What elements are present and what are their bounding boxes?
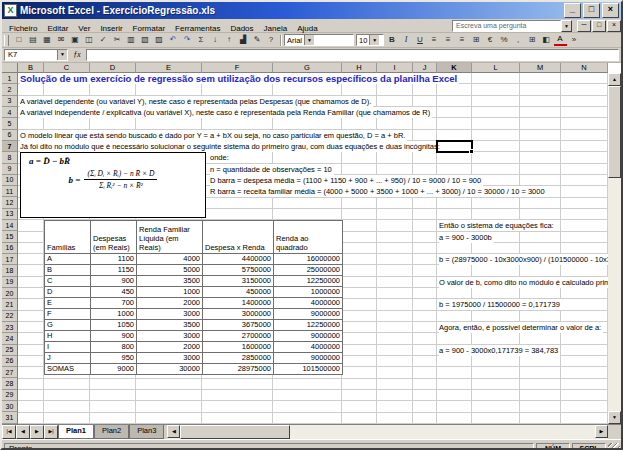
column-header-b[interactable]: B — [18, 63, 44, 73]
toolbar-redo-icon[interactable]: ↷ — [181, 34, 194, 46]
toolbar-print-preview-icon[interactable]: ◫ — [83, 34, 96, 46]
table-cell-label[interactable]: H — [45, 331, 91, 342]
table-cell-value[interactable]: 9000000 — [274, 309, 343, 320]
fill-handle[interactable] — [469, 149, 474, 154]
table-cell-value[interactable]: 450000 — [203, 287, 274, 298]
toolbar-currency-icon[interactable]: € — [484, 34, 497, 46]
horizontal-scrollbar[interactable]: ◀ ▶ — [167, 425, 608, 439]
toolbar-save-icon[interactable]: ▦ — [41, 34, 54, 46]
row-header-20[interactable]: 20 — [2, 288, 18, 299]
vertical-scroll-track[interactable] — [608, 178, 621, 411]
column-header-h[interactable]: H — [342, 63, 377, 73]
toolbar-copy-icon[interactable]: ▥ — [125, 34, 138, 46]
table-cell-label[interactable]: E — [45, 298, 91, 309]
row-header-4[interactable]: 4 — [2, 107, 18, 118]
table-cell-label[interactable]: J — [45, 353, 91, 364]
column-header-j[interactable]: J — [413, 63, 437, 73]
table-cell-value[interactable]: 1600000 — [203, 342, 274, 353]
column-header-f[interactable]: F — [202, 63, 273, 73]
vertical-scroll-thumb[interactable] — [608, 86, 621, 178]
cell-where-line[interactable]: D barra = despesa média = (1100 + 1150 +… — [210, 175, 483, 186]
cell-note[interactable]: Agora, então, é possível determinar o va… — [439, 322, 603, 333]
tab-nav-first-icon[interactable]: |◀ — [2, 425, 16, 439]
row-header-26[interactable]: 26 — [2, 356, 18, 367]
cell-note[interactable]: a = 900 - 3000x0,171739 = 384,783 — [439, 345, 560, 356]
table-cell-value[interactable]: 12250000 — [274, 276, 343, 287]
toolbar-align-center-icon[interactable]: ≡ — [442, 34, 455, 46]
toolbar-underline-icon[interactable]: U — [414, 34, 427, 46]
window-close-button[interactable]: × — [602, 3, 619, 18]
row-header-12[interactable]: 12 — [2, 197, 18, 208]
table-cell-value[interactable]: 16000000 — [274, 254, 343, 265]
toolbar-borders-icon[interactable]: ⊞ — [526, 34, 539, 46]
table-cell-value[interactable]: 3000 — [137, 331, 203, 342]
table-cell-value[interactable]: 3150000 — [203, 276, 274, 287]
toolbar-font-color-icon[interactable]: A — [554, 34, 567, 46]
cells-grid[interactable]: a = D̄ − bR̄ b = (Σᵢ Dᵢ × Rᵢ) − n R̄ × D… — [18, 73, 608, 424]
table-cell-value[interactable]: 1000 — [91, 309, 137, 320]
table-cell-value[interactable]: 1100 — [91, 254, 137, 265]
table-cell-value[interactable]: 3000000 — [203, 309, 274, 320]
workbook-close-button[interactable]: × — [607, 20, 621, 32]
table-cell-value[interactable]: 700 — [91, 298, 137, 309]
row-header-29[interactable]: 29 — [2, 390, 18, 401]
toolbar-email-icon[interactable]: ✉ — [55, 34, 68, 46]
column-header-d[interactable]: D — [90, 63, 136, 73]
name-box[interactable]: K7 ▼ — [4, 49, 68, 61]
toolbar-italic-icon[interactable]: I — [400, 34, 413, 46]
workbook-restore-button[interactable]: □ — [592, 20, 606, 32]
menu-formatar[interactable]: Formatar — [128, 24, 170, 33]
tab-nav-last-icon[interactable]: ▶| — [44, 425, 58, 439]
table-cell-value[interactable]: 2850000 — [203, 353, 274, 364]
row-header-31[interactable]: 31 — [2, 412, 18, 423]
workbook-minimize-button[interactable]: ─ — [577, 20, 591, 32]
toolbar-sort-descending-icon[interactable]: ↑ — [223, 34, 236, 46]
cell-paragraph[interactable]: A variável independente / explicativa (o… — [20, 107, 432, 118]
toolbar-paste-icon[interactable]: ▧ — [139, 34, 152, 46]
toolbar-open-icon[interactable]: ▤ — [27, 34, 40, 46]
row-header-17[interactable]: 17 — [2, 254, 18, 265]
font-size-dropdown-icon[interactable]: ▼ — [369, 35, 379, 45]
toolbar-help-icon[interactable]: ? — [265, 34, 278, 46]
ask-a-question-box[interactable]: Escreva uma pergunta — [452, 20, 561, 32]
cell-note[interactable]: b = 1975000 / 11500000 = 0,171739 — [439, 299, 562, 310]
cell-document-title[interactable]: Solução de um exercício de regressão sem… — [20, 73, 459, 84]
menu-ajuda[interactable]: Ajuda — [292, 24, 322, 33]
row-header-1[interactable]: 1 — [2, 73, 18, 84]
sheet-tab-plan3[interactable]: Plan3 — [129, 425, 164, 439]
ask-question-dropdown-icon[interactable]: ▼ — [561, 20, 572, 32]
menu-inserir[interactable]: Inserir — [95, 24, 127, 33]
toolbar-print-icon[interactable]: ▣ — [69, 34, 82, 46]
sheet-tab-plan1[interactable]: Plan1 — [58, 425, 94, 439]
row-header-2[interactable]: 2 — [2, 84, 18, 95]
table-cell-value[interactable]: 25000000 — [274, 265, 343, 276]
table-cell-label[interactable]: SOMAS — [45, 364, 91, 375]
table-cell-value[interactable]: 1400000 — [203, 298, 274, 309]
table-cell-label[interactable]: D — [45, 287, 91, 298]
row-header-22[interactable]: 22 — [2, 311, 18, 322]
row-header-24[interactable]: 24 — [2, 333, 18, 344]
cell-note[interactable]: b = (28975000 - 10x3000x900) / (10150000… — [439, 254, 608, 265]
row-header-23[interactable]: 23 — [2, 322, 18, 333]
toolbar-percent-icon[interactable]: % — [498, 34, 511, 46]
column-header-n[interactable]: N — [561, 63, 608, 73]
table-cell-value[interactable]: 1150 — [91, 265, 137, 276]
toolbar-more-buttons-icon[interactable]: » — [568, 34, 581, 46]
table-cell-label[interactable]: C — [45, 276, 91, 287]
cell-where-line[interactable]: R barra = receita familiar média = (4000… — [210, 186, 547, 197]
column-header-m[interactable]: M — [520, 63, 561, 73]
cell-where-line[interactable]: n = quantidade de observações = 10 — [210, 164, 334, 175]
table-cell-value[interactable]: 800 — [91, 342, 137, 353]
row-header-30[interactable]: 30 — [2, 401, 18, 412]
row-header-5[interactable]: 5 — [2, 118, 18, 129]
table-cell-value[interactable]: 9000000 — [274, 331, 343, 342]
scroll-up-icon[interactable]: ▲ — [608, 73, 621, 86]
table-cell-label[interactable]: I — [45, 342, 91, 353]
row-header-13[interactable]: 13 — [2, 209, 18, 220]
row-header-21[interactable]: 21 — [2, 299, 18, 310]
table-cell-value[interactable]: 1000000 — [274, 287, 343, 298]
tab-nav-next-icon[interactable]: ▶ — [30, 425, 44, 439]
row-header-7[interactable]: 7 — [2, 141, 18, 152]
row-header-27[interactable]: 27 — [2, 367, 18, 378]
regression-data-table[interactable]: FamíliasDespesas (em Reais)Renda Familia… — [44, 220, 343, 375]
